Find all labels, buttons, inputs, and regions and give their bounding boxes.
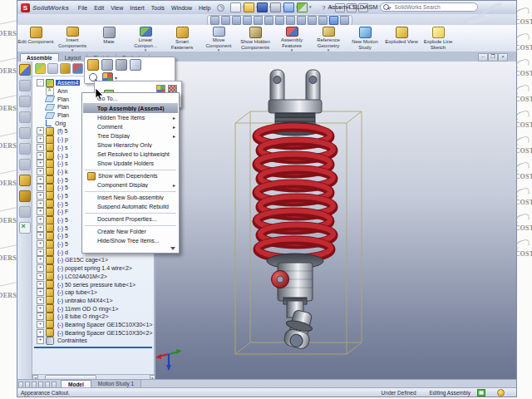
lower-eyelet[interactable]	[281, 308, 316, 350]
tree-row[interactable]: + (-) 8 tube O ring<2>	[32, 313, 154, 321]
mate-icon[interactable]	[19, 96, 31, 107]
document-close-button[interactable]: ×	[498, 53, 508, 62]
tree-row[interactable]: + Contraintes	[32, 337, 154, 345]
context-menu-item[interactable]: Show with Dependents	[83, 171, 178, 180]
command-button[interactable]: Smart Fasteners	[164, 25, 200, 52]
tree-expand-toggle[interactable]: +	[37, 176, 44, 184]
command-button[interactable]: Exploded View	[383, 25, 420, 52]
tree-expand-toggle[interactable]: +	[37, 288, 44, 296]
move-component-icon[interactable]	[19, 143, 31, 155]
tree-expand-toggle[interactable]: +	[37, 224, 44, 232]
command-button[interactable]: Assembly Features ▾	[273, 25, 310, 52]
tree-expand-toggle[interactable]: +	[37, 329, 44, 337]
tree-expand-toggle[interactable]: +	[37, 240, 44, 248]
wireframe-icon[interactable]	[308, 16, 317, 25]
tree-expand-toggle[interactable]: +	[37, 297, 44, 304]
shock-body[interactable]	[267, 254, 323, 318]
context-menu-item[interactable]: Top Assembly (Assem4)	[83, 103, 178, 113]
upper-clevis[interactable]	[268, 70, 322, 113]
smart-fasteners-icon[interactable]	[19, 127, 31, 139]
rollback-bar[interactable]	[34, 347, 152, 348]
tree-expand-toggle[interactable]: +	[37, 168, 44, 175]
tree-expand-toggle[interactable]: +	[37, 216, 44, 224]
interference-detection-icon[interactable]	[19, 222, 31, 234]
featuremanager-tree-tab-icon[interactable]	[35, 63, 46, 74]
select-icon[interactable]	[210, 16, 219, 25]
command-button[interactable]: Insert Components ▾	[54, 25, 91, 52]
insert-components-icon[interactable]	[19, 80, 31, 91]
tree-expand-toggle[interactable]: +	[37, 208, 44, 215]
tree-row[interactable]: + (-) Bearing Spacer GE15C10X30<1>	[32, 321, 154, 329]
open-document-icon[interactable]	[244, 2, 254, 12]
assembly-features-icon[interactable]	[19, 190, 31, 202]
isolate-icon[interactable]	[130, 59, 141, 71]
menu-bar-item[interactable]: Window	[168, 4, 195, 12]
context-menu-item[interactable]: Create New Folder	[83, 227, 178, 236]
tree-expand-toggle[interactable]: +	[37, 313, 44, 320]
graphics-viewport[interactable]	[155, 62, 516, 380]
zoom-to-area-icon[interactable]	[243, 16, 252, 25]
context-menu-item[interactable]: Insert New Sub-assembly	[83, 193, 178, 202]
save-icon[interactable]	[257, 2, 268, 12]
tree-row[interactable]: + (-) LC024A01M<2>	[32, 273, 154, 281]
zoom-to-fit-icon[interactable]	[232, 16, 241, 25]
context-menu-item[interactable]: Component Display ▸	[83, 180, 178, 190]
tree-expand-toggle[interactable]: +	[37, 232, 44, 239]
configurationmanager-tab-icon[interactable]	[60, 63, 71, 74]
tree-expand-toggle[interactable]: +	[37, 321, 44, 328]
quick-tips-icon[interactable]	[497, 389, 505, 397]
tree-expand-toggle[interactable]: +	[37, 127, 44, 135]
menu-bar-item[interactable]: Tools	[148, 4, 168, 12]
view-orientation-icon[interactable]	[275, 16, 284, 25]
tree-expand-toggle[interactable]: +	[37, 144, 44, 151]
edit-assembly-icon[interactable]	[87, 59, 99, 71]
shock-absorber-model[interactable]	[155, 62, 516, 380]
command-button[interactable]: Show Hidden Components	[237, 25, 273, 52]
rotate-view-icon[interactable]	[286, 16, 295, 25]
context-menu-item[interactable]: Suspend Automatic Rebuild	[83, 202, 178, 211]
tree-expand-toggle[interactable]: +	[37, 281, 44, 288]
tree-row[interactable]: + (-) 11mm OD O ring<1>	[32, 304, 154, 313]
tree-row[interactable]: + (-) unbrako M4X4<1>	[32, 297, 154, 305]
menu-bar-item[interactable]: Help	[195, 4, 214, 12]
tree-expand-toggle[interactable]: -	[37, 79, 44, 86]
menu-bar-item[interactable]: View	[107, 4, 126, 12]
menu-bar-item[interactable]: Insert	[126, 4, 148, 12]
context-menu-item[interactable]	[83, 245, 178, 252]
units-status-icon[interactable]	[477, 389, 485, 397]
command-button[interactable]: Mate	[91, 25, 127, 52]
show-hidden-components-icon[interactable]	[19, 175, 31, 186]
pan-icon[interactable]	[297, 16, 306, 25]
sketch-icon[interactable]	[221, 16, 230, 25]
document-minimize-button[interactable]: –	[478, 53, 488, 62]
tree-row[interactable]: + (-) Bearing Spacer GE15C10X30<2>	[32, 328, 154, 337]
linear-component-pattern-icon[interactable]	[19, 111, 31, 123]
rebuild-icon[interactable]	[297, 2, 308, 12]
menu-bar-item[interactable]: Edit	[91, 4, 107, 12]
tree-expand-toggle[interactable]: +	[37, 192, 44, 200]
tree-expand-toggle[interactable]: +	[37, 249, 44, 256]
context-menu-item[interactable]: Hidden Tree Items ▸	[83, 113, 178, 122]
tree-expand-toggle[interactable]: +	[37, 264, 44, 272]
menu-pin-icon[interactable]	[217, 4, 224, 12]
tree-expand-toggle[interactable]: +	[37, 152, 44, 160]
tree-expand-toggle[interactable]: +	[37, 135, 44, 143]
context-menu-item[interactable]: Set Resolved to Lightweight	[83, 150, 178, 159]
context-menu-item[interactable]: Document Properties...	[83, 214, 178, 224]
tree-row[interactable]: + (-) poppet spring 1.4 wire<2>	[32, 264, 154, 273]
new-document-icon[interactable]	[230, 2, 241, 12]
command-button[interactable]: Edit Component	[17, 25, 54, 52]
previous-view-icon[interactable]	[254, 16, 263, 25]
context-menu-item[interactable]: Comment ▸	[83, 122, 178, 131]
displaymanager-tab-icon[interactable]	[72, 63, 83, 74]
shaded-with-edges-icon[interactable]	[329, 16, 338, 25]
context-menu-item[interactable]: Show Update Holders	[83, 159, 178, 168]
hidden-lines-icon[interactable]	[318, 16, 328, 25]
tree-expand-toggle[interactable]: +	[37, 256, 44, 264]
propertymanager-tab-icon[interactable]	[47, 63, 58, 74]
command-manager-tab[interactable]: Assemble	[20, 53, 59, 62]
hide-show-components-icon[interactable]	[101, 59, 113, 71]
edit-component-icon[interactable]	[19, 64, 31, 76]
print-icon[interactable]	[270, 2, 281, 12]
context-menu-item[interactable]: Hide/Show Tree Items...	[83, 236, 178, 245]
